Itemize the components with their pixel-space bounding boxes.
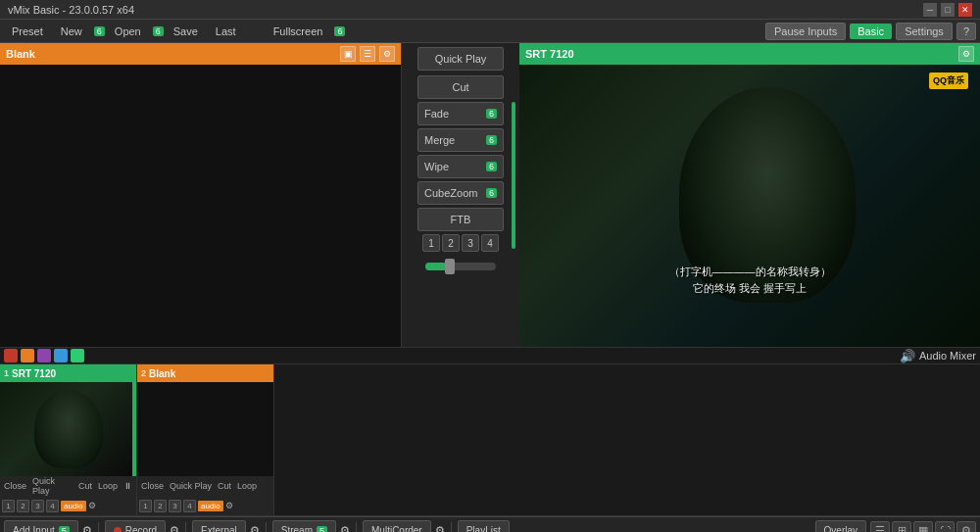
view-fullscreen-icon[interactable]: ⛶: [935, 521, 955, 533]
record-gear-icon[interactable]: ⚙: [170, 524, 179, 532]
input-close-1[interactable]: Close: [2, 480, 28, 492]
maximize-button[interactable]: □: [941, 3, 955, 17]
add-input-label: Add Input: [13, 525, 55, 532]
multicorder-gear-icon[interactable]: ⚙: [435, 524, 445, 532]
inputs-area: 1 SRT 7120 Close Quick Play Cut Loop ⏸ 1…: [0, 364, 980, 516]
separator-1: [98, 522, 99, 533]
input-preview-img-2: [137, 382, 273, 476]
input-controls-2: Close Quick Play Cut Loop: [137, 476, 273, 496]
input-preview-2[interactable]: [137, 382, 273, 476]
settings-button[interactable]: Settings: [896, 23, 953, 40]
input-card-2: 2 Blank Close Quick Play Cut Loop 1 2 3 …: [137, 364, 274, 515]
close-button[interactable]: ✕: [958, 3, 972, 17]
input-tab-2-2[interactable]: 2: [154, 500, 167, 512]
input-loop-2[interactable]: Loop: [235, 480, 259, 492]
basic-button[interactable]: Basic: [850, 24, 892, 39]
add-input-button[interactable]: Add Input 5: [4, 520, 78, 533]
external-button[interactable]: External: [192, 520, 246, 533]
input-settings-1[interactable]: ⚙: [88, 501, 96, 510]
audio-mixer-text: Audio Mixer: [919, 350, 976, 362]
add-input-gear-icon[interactable]: ⚙: [82, 524, 92, 532]
view-grid-icon[interactable]: ⊞: [892, 521, 911, 533]
ftb-button[interactable]: FTB: [417, 208, 504, 231]
help-button[interactable]: ?: [956, 23, 976, 40]
menu-last[interactable]: Last: [208, 24, 244, 39]
cubezoom-button[interactable]: CubeZoom 6: [417, 181, 504, 205]
view-settings-icon[interactable]: ⚙: [956, 521, 976, 533]
num-btn-2[interactable]: 2: [442, 234, 460, 252]
overlay-button[interactable]: Overlay: [815, 520, 866, 533]
preview-left-label: Blank: [6, 48, 336, 60]
playlist-button[interactable]: PlayList: [458, 520, 510, 533]
pause-inputs-button[interactable]: Pause Inputs: [765, 23, 846, 40]
preview-left-header: Blank ▣ ☰ ⚙: [0, 43, 401, 65]
input-tabs-2: 1 2 3 4 audio ⚙: [137, 496, 273, 515]
audio-mixer-label: 🔊 Audio Mixer: [900, 349, 976, 363]
input-quickplay-2[interactable]: Quick Play: [168, 480, 214, 492]
color-blue[interactable]: [54, 349, 68, 363]
stream-button[interactable]: Stream 5: [272, 520, 336, 533]
preview-right-settings-icon[interactable]: ⚙: [958, 46, 974, 62]
external-gear-icon[interactable]: ⚙: [250, 524, 260, 532]
wipe-button[interactable]: Wipe 6: [417, 155, 504, 178]
quickplay-button[interactable]: Quick Play: [417, 47, 504, 71]
input-tab-1-3[interactable]: 3: [31, 500, 44, 512]
view-preview-icon[interactable]: ▦: [913, 521, 933, 533]
window-controls: ─ □ ✕: [923, 3, 972, 17]
subtitle-line2: 它的终场 我会 握手写上: [519, 280, 980, 298]
color-purple[interactable]: [37, 349, 51, 363]
stream-gear-icon[interactable]: ⚙: [340, 524, 350, 532]
input-preview-1[interactable]: [0, 382, 136, 476]
inputs-empty-area: [274, 364, 980, 515]
input-audio-label-1[interactable]: audio: [61, 501, 86, 511]
merge-button[interactable]: Merge 6: [417, 128, 504, 152]
separator-2: [185, 522, 186, 533]
input-tab-2-4[interactable]: 4: [183, 500, 196, 512]
input-loop-1[interactable]: Loop: [96, 480, 120, 492]
preview-left-icon1[interactable]: ▣: [340, 46, 356, 62]
num-btn-4[interactable]: 4: [481, 234, 499, 252]
menu-right: Pause Inputs Basic Settings ?: [765, 23, 976, 40]
preview-left-icon3[interactable]: ⚙: [379, 46, 395, 62]
color-orange[interactable]: [21, 349, 34, 363]
transition-slider-container: [425, 263, 496, 270]
preview-left-icon2[interactable]: ☰: [360, 46, 375, 62]
num-btn-1[interactable]: 1: [422, 234, 440, 252]
input-settings-2[interactable]: ⚙: [225, 501, 233, 510]
menu-fullscreen[interactable]: Fullscreen: [266, 24, 331, 39]
num-btn-3[interactable]: 3: [462, 234, 479, 252]
fade-button[interactable]: Fade 6: [417, 102, 504, 125]
menu-open[interactable]: Open: [107, 24, 149, 39]
color-red[interactable]: [4, 349, 18, 363]
input-tab-1-1[interactable]: 1: [2, 500, 15, 512]
record-button[interactable]: Record: [105, 520, 166, 533]
color-green[interactable]: [71, 349, 84, 363]
input-tab-1-4[interactable]: 4: [46, 500, 59, 512]
view-list-icon[interactable]: ☰: [870, 521, 890, 533]
record-label: Record: [125, 525, 157, 532]
input-audio-label-2[interactable]: audio: [198, 501, 223, 511]
transition-slider-thumb[interactable]: [445, 259, 455, 274]
input-quickplay-1[interactable]: Quick Play: [30, 475, 74, 497]
input-num-1: 1: [4, 368, 9, 378]
input-tab-2-1[interactable]: 1: [139, 500, 152, 512]
center-controls: Quick Play Cut Fade 6 Merge 6 Wipe 6 Cub…: [402, 43, 519, 347]
input-cut-1[interactable]: Cut: [76, 480, 94, 492]
input-tab-2-3[interactable]: 3: [169, 500, 181, 512]
input-controls-1: Close Quick Play Cut Loop ⏸: [0, 476, 136, 496]
qq-music-badge: QQ音乐: [929, 73, 968, 89]
input-cut-2[interactable]: Cut: [216, 480, 233, 492]
input-pause-1[interactable]: ⏸: [122, 480, 134, 492]
menu-save[interactable]: Save: [166, 24, 206, 39]
preview-left-content: [0, 65, 401, 347]
menu-new[interactable]: New: [53, 24, 90, 39]
input-tab-1-2[interactable]: 2: [17, 500, 29, 512]
multicorder-button[interactable]: MultiCorder: [363, 520, 431, 533]
cut-button[interactable]: Cut: [417, 75, 504, 99]
preview-right-label: SRT 7120: [525, 48, 955, 60]
minimize-button[interactable]: ─: [923, 3, 937, 17]
menu-fullscreen-badge: 6: [334, 26, 345, 36]
input-close-2[interactable]: Close: [139, 480, 166, 492]
menu-preset[interactable]: Preset: [4, 24, 51, 39]
audio-icon: 🔊: [900, 349, 915, 363]
